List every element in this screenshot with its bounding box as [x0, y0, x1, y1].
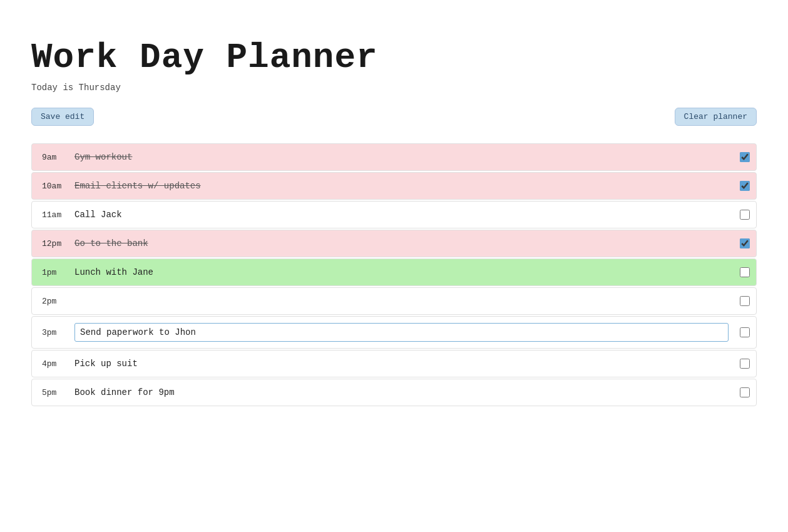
task-text: Email clients w/ updates	[74, 181, 201, 191]
task-input[interactable]	[74, 323, 729, 342]
planner-row: 5pmBook dinner for 9pm	[31, 379, 757, 406]
time-label: 1pm	[32, 268, 69, 277]
toolbar: Save edit Clear planner	[31, 108, 757, 126]
planner-row: 2pm	[31, 287, 757, 315]
task-cell: Go to the bank	[69, 232, 734, 255]
time-label: 4pm	[32, 359, 69, 369]
task-checkbox[interactable]	[740, 327, 750, 337]
time-label: 12pm	[32, 239, 69, 248]
time-label: 3pm	[32, 328, 69, 337]
planner-row: 1pmLunch with Jane	[31, 258, 757, 286]
task-cell: Book dinner for 9pm	[69, 381, 734, 404]
checkbox-cell	[734, 387, 756, 397]
checkbox-cell	[734, 296, 756, 306]
planner-row: 11amCall Jack	[31, 201, 757, 228]
planner-row: 3pm	[31, 316, 757, 349]
checkbox-cell	[734, 359, 756, 369]
page-title: Work Day Planner	[31, 38, 757, 78]
task-text: Pick up suit	[74, 359, 138, 369]
task-checkbox[interactable]	[740, 387, 750, 397]
planner-row: 9amGym workout	[31, 143, 757, 171]
task-text: Go to the bank	[74, 238, 148, 248]
checkbox-cell	[734, 181, 756, 191]
save-edit-button[interactable]: Save edit	[31, 108, 94, 126]
page-subtitle: Today is Thursday	[31, 83, 757, 93]
task-cell: Gym workout	[69, 146, 734, 168]
checkbox-cell	[734, 267, 756, 277]
task-cell: Lunch with Jane	[69, 261, 734, 284]
time-label: 9am	[32, 153, 69, 162]
task-text: Book dinner for 9pm	[74, 387, 175, 397]
task-checkbox[interactable]	[740, 181, 750, 191]
task-checkbox[interactable]	[740, 152, 750, 162]
checkbox-cell	[734, 210, 756, 220]
task-text: Gym workout	[74, 152, 132, 162]
task-cell[interactable]	[69, 317, 734, 348]
task-cell: Call Jack	[69, 203, 734, 226]
planner-row: 12pmGo to the bank	[31, 230, 757, 257]
time-label: 2pm	[32, 297, 69, 306]
task-cell: Email clients w/ updates	[69, 175, 734, 197]
clear-planner-button[interactable]: Clear planner	[675, 108, 757, 126]
checkbox-cell	[734, 327, 756, 337]
checkbox-cell	[734, 152, 756, 162]
task-checkbox[interactable]	[740, 238, 750, 248]
task-cell: Pick up suit	[69, 352, 734, 375]
planner-row: 10amEmail clients w/ updates	[31, 172, 757, 200]
task-text: Call Jack	[74, 210, 122, 220]
planner-row: 4pmPick up suit	[31, 350, 757, 377]
task-checkbox[interactable]	[740, 267, 750, 277]
time-label: 10am	[32, 182, 69, 191]
task-cell	[69, 295, 734, 307]
time-label: 11am	[32, 210, 69, 220]
task-checkbox[interactable]	[740, 296, 750, 306]
checkbox-cell	[734, 238, 756, 248]
task-checkbox[interactable]	[740, 359, 750, 369]
task-checkbox[interactable]	[740, 210, 750, 220]
time-label: 5pm	[32, 388, 69, 397]
planner-table: 9amGym workout10amEmail clients w/ updat…	[31, 143, 757, 406]
task-text: Lunch with Jane	[74, 267, 153, 277]
